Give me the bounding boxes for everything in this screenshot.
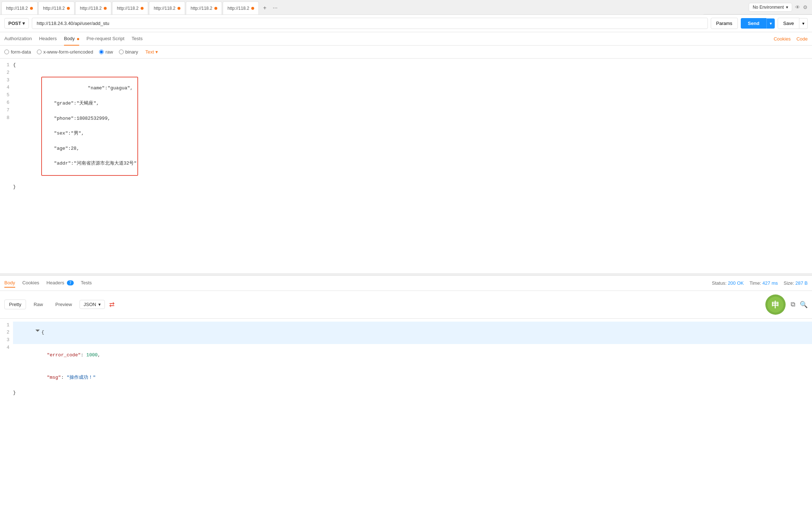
resp-line-1: { [13,322,812,344]
response-format-bar: Pretty Raw Preview JSON ▾ ⇄ 申 ⧉ 🔍 [0,291,812,319]
fmt-tab-raw[interactable]: Raw [29,300,48,309]
tab-2[interactable]: http://118.2 [38,1,74,14]
more-tabs-button[interactable]: ··· [270,3,280,13]
tab-1[interactable]: http://118.2 [1,1,38,14]
method-dropdown-icon: ▾ [22,21,25,26]
tab-6[interactable]: http://118.2 [186,1,222,14]
environment-select[interactable]: No Environment ▾ [749,3,792,12]
code-line-6: "age":28, [43,146,79,151]
time-value: 427 ms [762,280,778,286]
resp-tab-cookies[interactable]: Cookies [22,279,39,288]
resp-key-error-code: "error_code" [47,352,81,358]
size-label: Size: 287 B [784,280,808,286]
tab-dot-7 [251,7,254,10]
body-dot-badge [77,38,79,40]
code-line-1: { [13,61,812,69]
tab-dot-5 [178,7,180,10]
method-select[interactable]: POST ▾ [4,18,29,29]
tab-dot-6 [214,7,217,10]
editor-empty-space [0,194,812,273]
send-button-group: Send ▾ [741,18,775,29]
editor-annotation-area: 请求的josn串内容 1 2 3 4 5 6 7 8 { [0,59,812,273]
fmt-tab-pretty[interactable]: Pretty [4,300,26,309]
wrap-icon[interactable]: ⇄ [109,301,115,309]
json-format-select[interactable]: JSON ▾ [80,300,105,309]
environment-dropdown-icon: ▾ [786,5,788,10]
form-data-option[interactable]: form-data [4,49,31,55]
response-icons: 申 ⧉ 🔍 [765,294,808,315]
text-dropdown[interactable]: Text ▾ [145,49,158,55]
urlencoded-option[interactable]: x-www-form-urlencoded [37,49,93,55]
tab-tests[interactable]: Tests [132,32,142,46]
tab-dot-2 [67,7,70,10]
text-dropdown-icon: ▾ [155,49,158,55]
tab-label-1: http://118.2 [6,6,28,11]
tab-label-2: http://118.2 [43,6,65,11]
status-ok-value: 200 OK [728,280,744,286]
response-section: Body Cookies Headers 7 Tests Status: 200… [0,276,812,400]
tab-prerequest[interactable]: Pre-request Script [86,32,124,46]
tab-headers[interactable]: Headers [39,32,57,46]
tab-body[interactable]: Body [64,32,79,46]
code-line-2-wrap: "name":"guagua", "grade":"天蝎座", "phone":… [13,69,812,183]
settings-icon[interactable]: ⚙ [803,4,808,10]
response-line-numbers: 1 2 3 4 [0,322,13,397]
resp-tab-body[interactable]: Body [4,279,15,288]
tab-authorization[interactable]: Authorization [4,32,32,46]
method-label: POST [8,21,21,26]
response-code-content: { "error_code": 1000, "msg": "操作成功！" } [13,322,812,397]
response-tabs: Body Cookies Headers 7 Tests [4,279,92,288]
raw-option[interactable]: raw [99,49,113,55]
text-label: Text [145,49,154,55]
time-label: Time: 427 ms [749,280,778,286]
environment-section: No Environment ▾ 👁 ⚙ [704,0,812,14]
code-content[interactable]: { "name":"guagua", "grade":"天蝎座", "phone… [13,61,812,191]
tab-dot-3 [104,7,107,10]
svg-text:申: 申 [772,300,779,309]
save-dropdown-button[interactable]: ▾ [799,18,808,29]
new-tab-button[interactable]: + [260,3,270,13]
url-input[interactable] [32,18,708,29]
eye-icon[interactable]: 👁 [795,4,800,10]
tab-label-3: http://118.2 [80,6,102,11]
params-button[interactable]: Params [711,18,738,29]
json-format-label: JSON [84,302,96,307]
tab-label-5: http://118.2 [154,6,175,11]
send-dropdown-button[interactable]: ▾ [766,18,775,29]
tab-4[interactable]: http://118.2 [112,1,148,14]
copy-icon[interactable]: ⧉ [791,301,795,308]
collapse-icon[interactable] [35,330,40,334]
request-tabs: Authorization Headers Body Pre-request S… [0,32,812,46]
tab-7[interactable]: http://118.2 [223,1,259,14]
resp-key-msg: "msg" [47,375,61,380]
code-editor[interactable]: 1 2 3 4 5 6 7 8 { "name":"guagua", "grad… [0,59,812,194]
code-editor-area: 1 2 3 4 5 6 7 8 { "name":"guagua", "grad… [0,59,812,273]
resp-line-3: "msg": "操作成功！" [13,366,812,389]
tab-label-7: http://118.2 [227,6,249,11]
code-line-2: "name":"guagua", [77,85,133,91]
headers-count-badge: 7 [67,280,73,285]
code-line-5: "sex":"男", [43,131,84,136]
code-link[interactable]: Code [796,36,808,42]
resp-tab-headers[interactable]: Headers 7 [47,279,74,288]
body-options: form-data x-www-form-urlencoded raw bina… [0,46,812,59]
tab-dot-1 [30,7,33,10]
code-line-3: "grade":"天蝎座", [43,101,99,106]
binary-option[interactable]: binary [119,49,138,55]
size-value: 287 B [795,280,808,286]
tab-3[interactable]: http://118.2 [75,1,111,14]
cookies-link[interactable]: Cookies [774,36,791,42]
resp-tab-tests[interactable]: Tests [81,279,92,288]
resp-line-2: "error_code": 1000, [13,344,812,366]
search-icon[interactable]: 🔍 [800,301,808,309]
resp-line-4: } [13,389,812,397]
code-line-8: } [13,183,812,191]
send-button[interactable]: Send [741,18,767,29]
status-label: Status: 200 OK [712,280,744,286]
response-status-bar: Body Cookies Headers 7 Tests Status: 200… [0,276,812,291]
code-line-7: "addr":"河南省济源市北海大道32号" [43,161,137,166]
fmt-tab-preview[interactable]: Preview [51,300,77,309]
code-line-4: "phone":18082532999, [43,116,110,121]
tab-5[interactable]: http://118.2 [149,1,185,14]
save-button[interactable]: Save [778,18,799,29]
